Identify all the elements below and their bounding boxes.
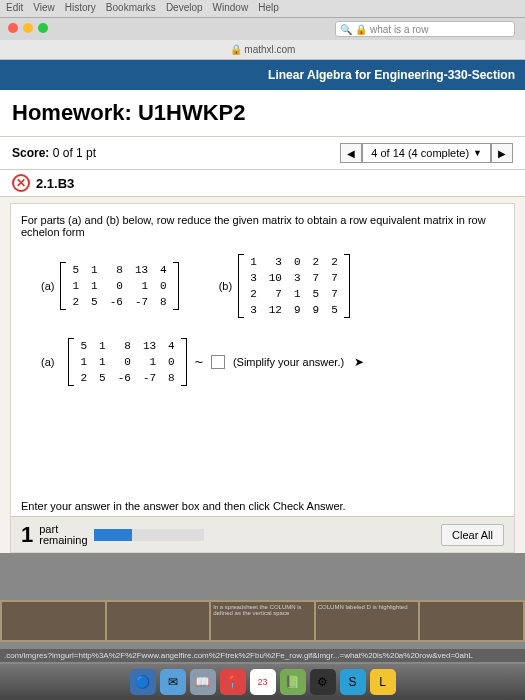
status-url: .com/imgres?imgurl=http%3A%2F%2Fwww.ange… [0,649,525,662]
menu-item[interactable]: View [33,2,55,15]
search-input[interactable]: 🔍 🔒 what is a row [335,21,515,37]
thumbnail[interactable] [2,602,105,640]
tilde-symbol: ~ [195,354,203,370]
menu-item[interactable]: Help [258,2,279,15]
course-title: Linear Algebra for Engineering-330-Secti… [268,68,515,82]
problem-panel: For parts (a) and (b) below, row reduce … [10,203,515,553]
dock-app-icon[interactable]: 📗 [280,669,306,695]
matrix-a: (a) 5181341101025-6-78 [41,262,179,310]
dock: 🔵 ✉ 📖 📍 23 📗 ⚙ S L [0,664,525,700]
menu-item[interactable]: Develop [166,2,203,15]
incorrect-icon: ✕ [12,174,30,192]
question-position[interactable]: 4 of 14 (4 complete)▼ [362,143,491,163]
homework-title: Homework: U1HWKP2 [0,90,525,137]
prev-question-button[interactable]: ◀ [340,143,362,163]
search-icon: 🔍 [340,24,352,35]
browser-toolbar: 🔍 🔒 what is a row [0,18,525,40]
window-minimize-button[interactable] [23,23,33,33]
window-zoom-button[interactable] [38,23,48,33]
thumbnail[interactable] [420,602,523,640]
menu-item[interactable]: History [65,2,96,15]
question-number: 2.1.B3 [36,176,74,191]
answer-part-label: (a) [41,356,54,368]
window-close-button[interactable] [8,23,18,33]
search-text: what is a row [370,24,428,35]
menu-item[interactable]: Bookmarks [106,2,156,15]
dock-app-icon[interactable]: S [340,669,366,695]
thumbnail[interactable] [107,602,210,640]
progress-bar [94,529,204,541]
simplify-hint: (Simplify your answer.) [233,356,344,368]
address-bar[interactable]: 🔒 mathxl.com [0,40,525,60]
answer-input[interactable] [211,355,225,369]
dock-app-icon[interactable]: 📍 [220,669,246,695]
dock-app-icon[interactable]: ⚙ [310,669,336,695]
lock-icon: 🔒 [355,24,367,35]
answer-matrix-given: 5181341101025-6-78 [68,338,186,386]
course-header: Linear Algebra for Engineering-330-Secti… [0,60,525,90]
cursor-icon: ➤ [354,355,364,369]
enter-instruction: Enter your answer in the answer box and … [21,500,346,512]
dock-app-icon[interactable]: L [370,669,396,695]
clear-all-button[interactable]: Clear All [441,524,504,546]
dock-app-icon[interactable]: 🔵 [130,669,156,695]
host-text: mathxl.com [244,44,295,55]
search-results-thumbnails: In a spreadsheet the COLUMN is defined a… [0,600,525,642]
dock-app-icon[interactable]: 📖 [190,669,216,695]
thumbnail[interactable]: In a spreadsheet the COLUMN is defined a… [211,602,314,640]
score-label: Score: 0 of 1 pt [12,146,96,160]
problem-prompt: For parts (a) and (b) below, row reduce … [21,214,504,238]
lock-icon: 🔒 [230,44,242,55]
os-menubar: Edit View History Bookmarks Develop Wind… [0,0,525,18]
menu-item[interactable]: Edit [6,2,23,15]
dock-app-icon[interactable]: ✉ [160,669,186,695]
next-question-button[interactable]: ▶ [491,143,513,163]
menu-item[interactable]: Window [213,2,249,15]
thumbnail[interactable]: COLUMN labeled D is highlighted [316,602,419,640]
matrix-b: (b) 1302231037727157312995 [219,254,350,318]
dock-app-icon[interactable]: 23 [250,669,276,695]
parts-remaining: 1 part remaining [21,522,204,548]
dropdown-icon: ▼ [473,148,482,158]
